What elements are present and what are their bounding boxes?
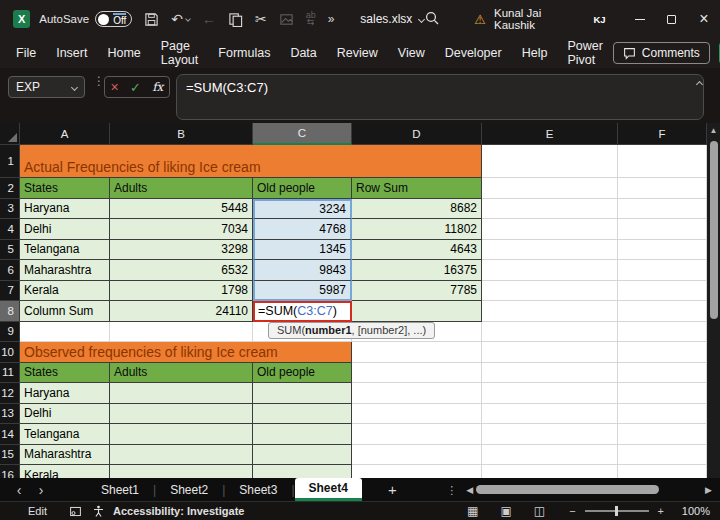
horizontal-scroll-thumb[interactable] [476, 485, 659, 494]
sheet-tab-sheet3[interactable]: Sheet3 [225, 478, 291, 501]
cell-D13[interactable] [352, 404, 482, 425]
file-name[interactable]: sales.xlsx [360, 12, 424, 26]
cell-A9[interactable] [20, 322, 110, 343]
maximize-button[interactable] [656, 0, 688, 38]
cell-A7[interactable]: Kerala [20, 281, 110, 302]
cell-B11[interactable]: Adults [110, 363, 253, 384]
cell-C11[interactable]: Old people [253, 363, 352, 384]
zoom-out-icon[interactable]: − [569, 505, 575, 517]
row-header-6[interactable]: 6 [0, 260, 20, 281]
column-header-d[interactable]: D [352, 123, 482, 145]
cell-A2[interactable]: States [20, 178, 110, 199]
cell-B14[interactable] [110, 424, 253, 445]
cell-E12[interactable] [482, 383, 618, 404]
cell-E5[interactable] [482, 240, 618, 261]
row-header-14[interactable]: 14 [0, 424, 20, 445]
cell-F14[interactable] [618, 424, 707, 445]
cell-E11[interactable] [482, 363, 618, 384]
cell-C4[interactable]: 4768 [253, 219, 352, 240]
cell-C15[interactable] [253, 445, 352, 466]
cell-F3[interactable] [618, 199, 707, 220]
cell-D12[interactable] [352, 383, 482, 404]
cell-F8[interactable] [618, 301, 707, 322]
normal-view-icon[interactable]: ▦ [467, 504, 478, 518]
cell-E10[interactable] [482, 342, 618, 363]
accessibility-status[interactable]: Accessibility: Investigate [113, 505, 244, 517]
row-header-15[interactable]: 15 [0, 445, 20, 466]
cell-A12[interactable]: Haryana [20, 383, 110, 404]
formula-input[interactable]: =SUM(C3:C7) [176, 74, 704, 120]
cell-A16[interactable]: Kerala [20, 465, 110, 478]
save-icon[interactable] [144, 12, 159, 27]
zoom-slider-thumb[interactable] [615, 506, 618, 516]
column-header-a[interactable]: A [20, 123, 110, 145]
cell-E7[interactable] [482, 281, 618, 302]
row-header-13[interactable]: 13 [0, 404, 20, 425]
zoom-level[interactable]: 100% [676, 505, 710, 517]
cell-A13[interactable]: Delhi [20, 404, 110, 425]
row-header-4[interactable]: 4 [0, 219, 20, 240]
cell-A14[interactable]: Telangana [20, 424, 110, 445]
row-header-2[interactable]: 2 [0, 178, 20, 199]
comments-button[interactable]: Comments [613, 42, 710, 64]
cell-A11[interactable]: States [20, 363, 110, 384]
ribbon-tab-power-pivot[interactable]: Power Pivot [557, 38, 612, 68]
cell-F2[interactable] [618, 178, 707, 199]
cell-F6[interactable] [618, 260, 707, 281]
cell-D10[interactable] [352, 342, 482, 363]
cell-E2[interactable] [482, 178, 618, 199]
close-button[interactable]: × [688, 0, 720, 38]
cut-icon[interactable]: ✂ [255, 11, 267, 27]
ribbon-tab-page-layout[interactable]: Page Layout [151, 38, 209, 68]
user-name[interactable]: Kunal Jai Kaushik [494, 7, 580, 31]
scroll-left-icon[interactable]: ◀ [466, 485, 473, 495]
select-all-corner[interactable] [0, 123, 20, 145]
cell-F10[interactable] [618, 342, 707, 363]
cell-D6[interactable]: 16375 [352, 260, 482, 281]
cell-E15[interactable] [482, 445, 618, 466]
page-break-view-icon[interactable]: ◫ [534, 504, 545, 518]
cell-D14[interactable] [352, 424, 482, 445]
cell-D16[interactable] [352, 465, 482, 478]
cell-C12[interactable] [253, 383, 352, 404]
cell-B4[interactable]: 7034 [110, 219, 253, 240]
autosave-toggle[interactable]: Off [95, 11, 132, 27]
cell-F13[interactable] [618, 404, 707, 425]
cell-B5[interactable]: 3298 [110, 240, 253, 261]
ribbon-tab-home[interactable]: Home [97, 38, 150, 68]
zoom-in-icon[interactable]: + [658, 505, 664, 517]
sheet-tab-sheet1[interactable]: Sheet1 [87, 478, 153, 501]
avatar[interactable]: KJ [589, 8, 610, 30]
cell-B16[interactable] [110, 465, 253, 478]
cell-C13[interactable] [253, 404, 352, 425]
prev-sheet-icon[interactable]: ‹ [8, 482, 30, 498]
name-box[interactable]: EXP [8, 76, 85, 98]
cell-C6[interactable]: 9843 [253, 260, 352, 281]
row-header-7[interactable]: 7 [0, 281, 20, 302]
macro-record-icon[interactable] [69, 505, 82, 518]
cell-E9[interactable] [482, 322, 618, 343]
row-header-3[interactable]: 3 [0, 199, 20, 220]
scroll-up-icon[interactable]: ▲ [710, 126, 718, 135]
scroll-right-icon[interactable]: ▶ [705, 485, 712, 495]
cell-A1[interactable]: Actual Frequencies of liking Ice cream [20, 145, 482, 178]
cell-F11[interactable] [618, 363, 707, 384]
cell-A4[interactable]: Delhi [20, 219, 110, 240]
cell-E6[interactable] [482, 260, 618, 281]
cell-A6[interactable]: Maharashtra [20, 260, 110, 281]
cell-C16[interactable] [253, 465, 352, 478]
minimize-button[interactable] [624, 0, 656, 38]
column-header-e[interactable]: E [482, 123, 618, 145]
cell-D3[interactable]: 8682 [352, 199, 482, 220]
warning-icon[interactable]: ⚠ [474, 12, 486, 27]
cell-D11[interactable] [352, 363, 482, 384]
row-header-9[interactable]: 9 [0, 322, 20, 343]
cell-D2[interactable]: Row Sum [352, 178, 482, 199]
spreadsheet-grid[interactable]: ABCDEF1Actual Frequencies of liking Ice … [0, 123, 707, 478]
ribbon-tab-file[interactable]: File [6, 38, 46, 68]
cell-F16[interactable] [618, 465, 707, 478]
vertical-scroll-thumb[interactable] [710, 141, 718, 319]
search-icon[interactable] [424, 10, 440, 28]
insert-function-icon[interactable]: fx [152, 80, 163, 94]
cell-D15[interactable] [352, 445, 482, 466]
